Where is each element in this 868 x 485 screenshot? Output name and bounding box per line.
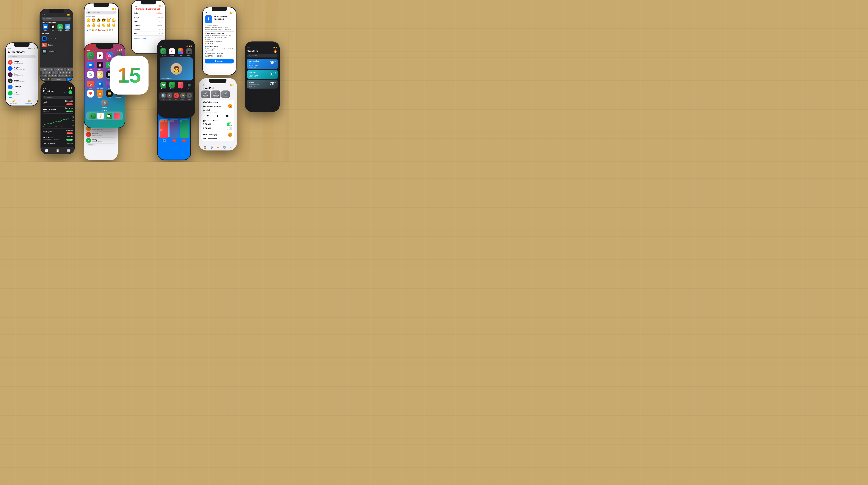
home2-facetime[interactable]: 📹FaceTime bbox=[160, 49, 167, 56]
dock-messages[interactable]: 💬 bbox=[105, 113, 112, 119]
key-f[interactable]: F bbox=[52, 71, 55, 74]
page-thumb-3[interactable] bbox=[180, 119, 189, 138]
call-end[interactable]: 📵end bbox=[174, 93, 179, 100]
key-v[interactable]: V bbox=[54, 74, 57, 78]
tab-chart[interactable]: 📉 bbox=[45, 149, 48, 152]
key-p[interactable]: P bbox=[70, 68, 73, 71]
call-share[interactable]: ⬆share bbox=[187, 93, 192, 100]
key-t[interactable]: T bbox=[54, 68, 57, 71]
key-r[interactable]: R bbox=[50, 68, 54, 71]
siri-suggestion-mail[interactable]: ✉️ Mail bbox=[42, 24, 49, 31]
account-facebook[interactable]: f Facebooktimcook@me.com bbox=[6, 84, 38, 90]
home2-calendar[interactable]: 13Calendar bbox=[168, 49, 176, 56]
app-facetime[interactable]: 📹FaceTime bbox=[86, 52, 95, 61]
temp-unit-toggle[interactable]: ℃/℉ bbox=[271, 108, 277, 110]
account-dropbox[interactable]: D Dropboxtim@dropbox.com bbox=[6, 65, 38, 71]
key-d[interactable]: D bbox=[49, 71, 52, 74]
key-go[interactable]: Go bbox=[67, 78, 72, 81]
spotlight-search-input[interactable]: Search bbox=[46, 18, 52, 20]
app-mail[interactable]: ✉️Mail bbox=[86, 62, 95, 70]
key-g[interactable]: G bbox=[55, 71, 58, 74]
weather-search[interactable]: Search bbox=[251, 55, 257, 57]
stock-dis[interactable]: DIS 15 Shares The Walt Disney Company $2… bbox=[43, 135, 73, 142]
homepod-tab-speakers[interactable]: 🔊 bbox=[210, 146, 214, 149]
key-h[interactable]: H bbox=[59, 71, 62, 74]
key-space[interactable]: space bbox=[51, 78, 66, 81]
tv-volume-icon[interactable]: 🔊 bbox=[228, 132, 232, 137]
delete-page-2[interactable]: ✕ bbox=[173, 139, 176, 142]
key-l[interactable]: L bbox=[68, 71, 71, 74]
dock-phone[interactable]: 📞 bbox=[89, 113, 96, 119]
key-b[interactable]: B bbox=[58, 74, 61, 78]
playback-forward[interactable]: ⏭ bbox=[226, 114, 229, 118]
account-line[interactable]: L LineTim Cook bbox=[6, 90, 38, 96]
app-notes[interactable]: 📝Notes bbox=[96, 71, 104, 80]
home2-messages[interactable]: 💬Messages bbox=[160, 82, 167, 89]
app-clock[interactable]: ⏰Clock bbox=[96, 62, 104, 70]
siri-suggestion-clock[interactable]: ⏰ Clock bbox=[50, 24, 56, 31]
key-q[interactable]: Q bbox=[40, 68, 43, 71]
room-tv[interactable]: 🔊 TV Paused bbox=[221, 90, 230, 98]
key-c[interactable]: C bbox=[51, 74, 54, 78]
account-github[interactable]: G Githubtimcook@me.com bbox=[6, 78, 38, 84]
key-y[interactable]: Y bbox=[57, 68, 60, 71]
app-calculator[interactable]: 🔢 Calculator bbox=[42, 48, 71, 54]
account-slack[interactable]: S Slacktim@apple.com bbox=[6, 71, 38, 78]
room-kitchen[interactable]: 🔊 Kitchen Playing bbox=[201, 90, 210, 98]
call-flip[interactable]: 🔄flip bbox=[161, 93, 166, 100]
weather-card-seattle[interactable]: Seattle Thunderstorms H: 97° L: 85° 79° bbox=[247, 80, 278, 89]
add-account-button[interactable]: + bbox=[34, 51, 36, 54]
playback-rewind[interactable]: ⏮ bbox=[207, 114, 210, 118]
weather-card-newyork[interactable]: New York Mostly Sunny H: 95° L: 81° 92° bbox=[247, 70, 278, 79]
key-shift[interactable]: ⇧ bbox=[40, 74, 44, 78]
app-books-home[interactable]: 📚Books bbox=[86, 81, 95, 89]
room-bedroom[interactable]: 🔊 Bedroom Paused bbox=[211, 90, 221, 98]
key-emoji[interactable]: 😊 bbox=[47, 78, 50, 81]
stocks-search[interactable]: Search bbox=[47, 96, 52, 98]
home2-music[interactable]: 🎵Music bbox=[177, 82, 184, 89]
stock-twtr[interactable]: TWTR 15 Shares $922.05 bbox=[43, 142, 73, 145]
tab-list[interactable]: 📋 bbox=[56, 149, 59, 152]
dock-safari[interactable]: 🧭 bbox=[97, 113, 104, 119]
password-spotify[interactable]: S Spotifywww.spotify.com › bbox=[86, 138, 115, 144]
key-e[interactable]: E bbox=[47, 68, 50, 71]
homepod-tab-now-playing[interactable]: ▶ bbox=[217, 146, 219, 149]
playback-pause[interactable]: ⏸ bbox=[216, 114, 219, 118]
tab-news-tab[interactable]: 📰 bbox=[67, 149, 70, 152]
key-s[interactable]: S bbox=[45, 71, 48, 74]
app-home[interactable]: 🏠Home bbox=[96, 90, 104, 98]
delete-check-1[interactable]: ✓ bbox=[163, 139, 166, 142]
key-i[interactable]: I bbox=[64, 68, 66, 71]
delete-page-3[interactable]: ✕ bbox=[182, 139, 186, 142]
key-x[interactable]: X bbox=[48, 74, 51, 78]
homepod-tab-home[interactable]: 🏠 bbox=[203, 146, 207, 149]
homepod-tab-search[interactable]: ★ bbox=[230, 146, 232, 149]
key-123[interactable]: 123 bbox=[41, 78, 46, 81]
app-appstore[interactable]: 🅰 App Store bbox=[42, 35, 71, 42]
app-calendar[interactable]: JUL13Calendar bbox=[96, 52, 104, 61]
homepod-add[interactable]: + bbox=[232, 87, 234, 90]
continue-button[interactable]: Continue bbox=[205, 59, 234, 63]
aa-button[interactable]: AA bbox=[88, 11, 90, 14]
call-mute[interactable]: 🔇mute bbox=[167, 93, 173, 100]
stocks-edit[interactable]: Edit bbox=[64, 91, 67, 93]
home2-phone[interactable]: 📞Phone bbox=[168, 82, 176, 89]
kitchen-volume-icon[interactable]: 🔊 bbox=[228, 104, 232, 109]
key-k[interactable]: K bbox=[65, 71, 68, 74]
emoji-search-placeholder[interactable]: Search Emoji bbox=[91, 12, 112, 13]
stocks-add-icon[interactable]: + bbox=[68, 90, 72, 94]
auth-search[interactable]: Search bbox=[12, 56, 17, 58]
password-grubhub[interactable]: G Grubhubwww.grubhub.com › bbox=[86, 131, 115, 138]
dock-music[interactable]: 🎵 bbox=[114, 113, 120, 119]
add-attachment-btn[interactable]: Add attachment... bbox=[134, 38, 147, 39]
page-thumb-2[interactable] bbox=[169, 119, 179, 138]
tab-authenticator[interactable]: 🔐 Authenticator bbox=[26, 99, 33, 104]
weather-card-cupertino[interactable]: My Location Cupertino Mostly Sunny H: 10… bbox=[247, 59, 278, 69]
app-appmaps[interactable]: 🅰App Maps bbox=[96, 81, 104, 89]
homepod-tab-automation[interactable]: ⚙️ bbox=[223, 146, 226, 149]
home2-camera[interactable]: 📷Camera bbox=[186, 49, 193, 56]
key-z[interactable]: Z bbox=[44, 74, 47, 78]
key-a[interactable]: A bbox=[42, 71, 44, 74]
key-w[interactable]: W bbox=[43, 68, 47, 71]
app-reminders[interactable]: ☑️Reminders bbox=[86, 71, 95, 80]
